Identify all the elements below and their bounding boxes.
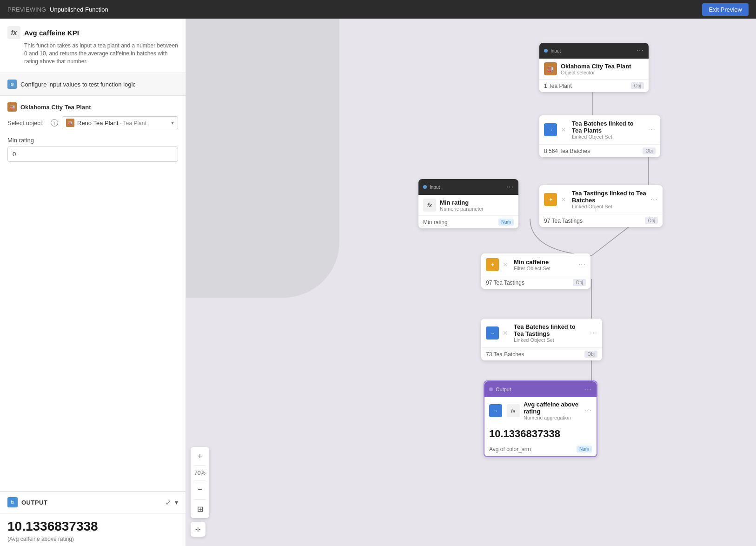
node-badge: Obj [631, 82, 644, 89]
zoom-out-button[interactable]: − [192, 482, 207, 497]
main-layout: fx Avg caffeine KPI This function takes … [0, 19, 756, 546]
object-group: 🏭 Oklahoma City Tea Plant Select object … [7, 102, 178, 129]
min-caffeine-node[interactable]: ✦ ✕ Min caffeine Filter Object Set ··· 9… [481, 253, 590, 289]
node-count-5: 97 Tea Tastings [486, 280, 524, 286]
node-body-4: fx Min rating Numeric parameter [418, 195, 518, 215]
node-footer-6: 73 Tea Batches Obj [481, 347, 602, 360]
expand-icon[interactable]: ⤢ [166, 499, 171, 506]
node-body-5: ✦ ✕ Min caffeine Filter Object Set ··· [481, 253, 590, 276]
node-icon-row-2: → ✕ Tea Batches linked to Tea Plants Lin… [544, 120, 656, 140]
node-footer-5: 97 Tea Tastings Obj [481, 276, 590, 289]
tea-batches-tea-plants-node[interactable]: → ✕ Tea Batches linked to Tea Plants Lin… [539, 115, 660, 157]
fx-icon: fx [7, 26, 20, 39]
node-menu-dots-5[interactable]: ··· [578, 260, 586, 269]
node-icon-yellow: ✦ [544, 193, 557, 206]
node-menu-dots-4[interactable]: ··· [506, 183, 514, 191]
input-dot [544, 49, 548, 53]
output-header-icon: fx [7, 497, 18, 507]
min-rating-input-node[interactable]: Input ··· fx Min rating Numeric paramete… [418, 179, 518, 228]
tea-batches-tea-tastings-node[interactable]: → ✕ Tea Batches linked to Tea Tastings L… [481, 319, 602, 360]
node-title-2: Tea Batches linked to Tea Plants [572, 120, 644, 134]
node-subtitle-4: Numeric parameter [440, 206, 484, 212]
node-text-3: Tea Tastings linked to Tea Batches Linke… [572, 190, 647, 209]
selected-object-text: Reno Tea Plant · Tea Plant [77, 120, 168, 127]
node-menu-dots-6[interactable]: ··· [590, 329, 597, 337]
output-node[interactable]: Output ··· → fx Avg caffeine above ratin… [484, 380, 597, 457]
tea-tastings-node[interactable]: ✦ ✕ Tea Tastings linked to Tea Batches L… [539, 185, 663, 227]
node-body: 🏭 Oklahoma City Tea Plant Object selecto… [539, 59, 649, 79]
node-text-4: Min rating Numeric parameter [440, 199, 484, 212]
node-icon-row-4: fx Min rating Numeric parameter [423, 199, 514, 212]
zoom-controls: + 70% − ⊞ [191, 447, 209, 518]
node-header-input: Input ··· [539, 43, 649, 59]
node-body-6: → ✕ Tea Batches linked to Tea Tastings L… [481, 319, 602, 347]
x-icon-5: ✕ [503, 261, 508, 268]
chevron-down-icon: ▾ [171, 120, 174, 126]
node-icon-blue-6: → [486, 326, 499, 340]
node-menu-dots-out[interactable]: ··· [584, 385, 592, 393]
object-selector-dropdown[interactable]: 🏭 Reno Tea Plant · Tea Plant ▾ [62, 116, 178, 129]
info-icon[interactable]: i [51, 119, 58, 127]
node-badge-2: Obj [643, 147, 656, 154]
node-footer-4: Min rating Num [418, 215, 518, 228]
node-object-icon: 🏭 [544, 62, 557, 75]
node-text-5: Min caffeine Filter Object Set [514, 259, 550, 271]
output-header-right: ⤢ ▾ [166, 499, 178, 506]
node-text: Oklahoma City Tea Plant Object selector [561, 63, 631, 75]
function-name-label: Unpublished Function [50, 6, 108, 13]
output-title-label: OUTPUT [21, 499, 47, 506]
node-text-2: Tea Batches linked to Tea Plants Linked … [572, 120, 644, 140]
canvas-area[interactable]: Input ··· 🏭 Oklahoma City Tea Plant Obje… [186, 19, 756, 546]
node-title-3: Tea Tastings linked to Tea Batches [572, 190, 647, 204]
output-header[interactable]: fx OUTPUT ⤢ ▾ [0, 492, 186, 513]
zoom-divider [194, 466, 206, 466]
node-count-6: 73 Tea Batches [486, 351, 524, 358]
node-footer-label-4: Min rating [423, 219, 448, 226]
collapse-icon[interactable]: ▾ [175, 499, 178, 506]
node-icon-row-out: → fx Avg caffeine above rating Numeric a… [489, 401, 592, 420]
output-node-footer: Avg of color_srm Num [484, 444, 597, 456]
node-menu-dots-3[interactable]: ··· [650, 195, 658, 204]
node-subtitle-5: Filter Object Set [514, 266, 550, 271]
object-group-header: 🏭 Oklahoma City Tea Plant [7, 102, 178, 112]
function-header: fx Avg caffeine KPI This function takes … [0, 19, 186, 73]
selector-object-icon: 🏭 [66, 119, 74, 127]
select-object-label: Select object [7, 120, 47, 127]
configure-label: Configure input values to test function … [20, 81, 136, 88]
node-icon-row-5: ✦ ✕ Min caffeine Filter Object Set ··· [486, 258, 586, 271]
node-icon-out: → [489, 404, 502, 417]
min-rating-group: Min rating [7, 137, 178, 162]
select-object-row: Select object i 🏭 Reno Tea Plant · Tea P… [7, 116, 178, 129]
node-icon-yellow-5: ✦ [486, 258, 499, 271]
node-footer: 1 Tea Plant Obj [539, 79, 649, 92]
node-icon-blue: → [544, 123, 557, 136]
configure-icon: ⚙ [7, 80, 17, 89]
zoom-in-button[interactable]: + [192, 449, 207, 464]
minimap-button[interactable]: ⊹ [191, 522, 206, 537]
x-icon-6: ✕ [503, 329, 508, 337]
node-body-2: → ✕ Tea Batches linked to Tea Plants Lin… [539, 115, 660, 144]
node-header-left-out: Output [489, 386, 511, 392]
node-menu-dots[interactable]: ··· [637, 47, 644, 55]
min-rating-input[interactable] [7, 146, 178, 162]
node-menu-dots-out2[interactable]: ··· [584, 406, 592, 415]
previewing-label: PREVIEWING [7, 6, 46, 13]
min-rating-label: Min rating [7, 137, 178, 144]
node-header-left: Input [544, 48, 561, 53]
node-subtitle-2: Linked Object Set [572, 134, 644, 140]
node-subtitle-3: Linked Object Set [572, 204, 647, 209]
node-count: 1 Tea Plant [544, 83, 572, 89]
zoom-divider-3 [194, 499, 206, 499]
node-menu-dots-2[interactable]: ··· [648, 126, 656, 134]
node-icon-row: 🏭 Oklahoma City Tea Plant Object selecto… [544, 62, 644, 75]
input-tea-plant-node[interactable]: Input ··· 🏭 Oklahoma City Tea Plant Obje… [539, 43, 649, 92]
topbar: PREVIEWING Unpublished Function Exit Pre… [0, 0, 756, 19]
output-value-section: 10.1336837338 (Avg caffeine above rating… [0, 513, 186, 546]
zoom-fit-button[interactable]: ⊞ [192, 501, 207, 516]
left-panel: fx Avg caffeine KPI This function takes … [0, 19, 186, 546]
exit-preview-button[interactable]: Exit Preview [702, 3, 749, 16]
output-sublabel: (Avg caffeine above rating) [7, 536, 178, 542]
output-node-value: 10.1336837338 [484, 424, 597, 444]
node-subtitle-out: Numeric aggregation [524, 415, 581, 420]
x-icon-3: ✕ [561, 196, 566, 203]
